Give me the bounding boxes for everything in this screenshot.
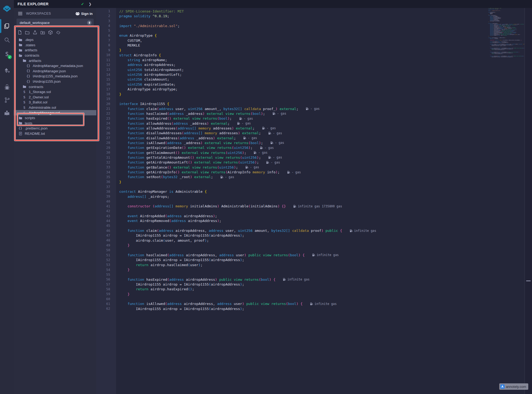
link-icon[interactable]: [56, 30, 61, 35]
tree-item-label: README.txt: [25, 132, 45, 136]
debugger-icon[interactable]: [0, 82, 14, 93]
cube-icon[interactable]: [48, 30, 53, 35]
tree-item-label: scripts: [25, 116, 35, 120]
new-folder-icon[interactable]: [25, 30, 30, 35]
tree-item-label: IAirdrop1155.json: [33, 79, 61, 83]
sign-in-button[interactable]: Sign in: [75, 12, 93, 16]
chevron-right-icon[interactable]: ❯: [89, 2, 92, 6]
tree-item-contracts[interactable]: contracts: [14, 53, 96, 58]
sol-icon: S: [22, 111, 27, 115]
learneth-icon[interactable]: [0, 108, 14, 119]
line-number: 25: [96, 126, 110, 131]
upload-file-icon[interactable]: [32, 30, 38, 35]
tree-item-scripts[interactable]: scripts: [14, 115, 96, 121]
file-explorer-icon[interactable]: [0, 21, 14, 31]
gas-estimate-annotation: - gas: [268, 131, 282, 135]
json-icon: {}: [26, 80, 31, 83]
line-number: 4: [96, 23, 110, 28]
git-icon[interactable]: [0, 95, 14, 105]
line-number: 17: [96, 87, 110, 92]
tree-item-1_Storage.sol[interactable]: S1_Storage.sol: [14, 89, 96, 95]
new-file-icon[interactable]: [18, 30, 22, 35]
activity-bar: S✓: [0, 0, 14, 394]
line-number: 40: [96, 199, 110, 204]
gas-estimate-annotation: infinite gas: [350, 229, 376, 233]
search-icon[interactable]: [0, 35, 14, 45]
tree-item-artifacts[interactable]: artifacts: [14, 48, 96, 53]
tree-item-label: AirdropManager.json: [33, 69, 66, 73]
explorer-toolbar: [18, 30, 61, 35]
sol-icon: S: [22, 106, 27, 110]
tree-item-IAirdrop1155_metadata.json[interactable]: {}IAirdrop1155_metadata.json: [14, 74, 96, 79]
tree-item-label: .deps: [25, 38, 34, 42]
line-number: 11: [96, 58, 110, 62]
tree-item-.deps[interactable]: .deps: [14, 37, 96, 43]
code-line: IAirdrop1155 airdrop = IAirdrop1155(aird…: [116, 258, 525, 262]
file-explorer-header: FILE EXPLORER ✓ ❯: [14, 0, 96, 8]
line-number: 6: [96, 33, 110, 38]
folder-icon: [18, 116, 23, 120]
deploy-run-icon[interactable]: [0, 65, 14, 76]
code-line: function getAirdropAmountLeft() external…: [116, 160, 525, 165]
panel-resize-handle[interactable]: [526, 280, 531, 281]
code-line: interface IAirdrop1155 {: [116, 102, 525, 106]
folder-open-icon: [18, 54, 23, 57]
github-icon: [75, 12, 80, 16]
line-number: 2: [96, 14, 110, 18]
tree-item-tests[interactable]: tests: [14, 121, 96, 126]
tree-item-Administrable.sol[interactable]: SAdministrable.sol: [14, 105, 96, 110]
code-line: [116, 209, 525, 213]
line-number: 12: [96, 62, 110, 67]
gas-estimate-annotation: - gas: [273, 112, 286, 115]
code-editor[interactable]: // SPDX-License-Identifier: MITpragma so…: [116, 8, 525, 394]
minimap[interactable]: // SPDX-License-Identifier: MITpragma so…: [488, 8, 525, 115]
file-icon: [18, 132, 23, 136]
sol-icon: S: [22, 95, 27, 99]
tree-item-.states[interactable]: .states: [14, 43, 96, 48]
tree-item-3_Ballot.sol[interactable]: S3_Ballot.sol: [14, 100, 96, 105]
tree-item-AirdropManager.json[interactable]: {}AirdropManager.json: [14, 69, 96, 74]
tree-item-AirdropManager.sol[interactable]: SAirdropManager.sol: [14, 110, 96, 115]
gas-estimate-annotation: - gas: [254, 151, 267, 154]
gas-estimate-annotation: - gas: [243, 136, 257, 140]
json-icon: {}: [26, 69, 31, 73]
line-number: 20: [96, 102, 110, 106]
code-line: enum AirdropType {: [116, 33, 525, 38]
line-number: 37: [96, 185, 110, 189]
compile-success-badge: ✓: [8, 55, 12, 59]
line-number: 18: [96, 92, 110, 97]
code-line: IAirdrop1155 airdrop = IAirdrop1155(aird…: [116, 282, 525, 287]
line-number: 62: [96, 306, 110, 311]
hamburger-menu-icon[interactable]: [18, 11, 22, 16]
solidity-compiler-icon[interactable]: S✓: [0, 49, 14, 60]
gas-estimate-annotation: infinite gas: [283, 278, 310, 281]
line-number: 22: [96, 111, 110, 116]
workspace-select[interactable]: default_workspace: [17, 19, 94, 27]
code-line: }: [116, 243, 525, 248]
tree-item-AirdropManager_metadata.json[interactable]: {}AirdropManager_metadata.json: [14, 63, 96, 69]
gas-estimate-annotation: - gas: [287, 170, 301, 174]
tree-item-contracts[interactable]: contracts: [14, 84, 96, 89]
folder-icon: [18, 48, 23, 52]
line-number: 45: [96, 223, 110, 228]
tree-item-.prettierrc.json[interactable]: {}.prettierrc.json: [14, 126, 96, 131]
line-number: 53: [96, 262, 110, 267]
tree-item-2_Owner.sol[interactable]: S2_Owner.sol: [14, 95, 96, 100]
line-number: 44: [96, 219, 110, 223]
code-line: function hasClaimed(address _address) ex…: [116, 111, 525, 116]
line-number: 43: [96, 214, 110, 219]
line-number: 61: [96, 301, 110, 306]
upload-folder-icon[interactable]: [40, 30, 45, 35]
code-line: function setRoot(bytes32 _root) external…: [116, 175, 525, 179]
code-line: }: [116, 92, 525, 97]
folder-icon: [18, 43, 23, 47]
tree-item-IAirdrop1155.json[interactable]: {}IAirdrop1155.json: [14, 79, 96, 84]
tree-item-README.txt[interactable]: README.txt: [14, 131, 96, 136]
line-number: 36: [96, 179, 110, 184]
code-line: }: [116, 48, 525, 53]
line-number: 21: [96, 106, 110, 111]
line-number: 59: [96, 292, 110, 296]
tree-item-artifacts[interactable]: artifacts: [14, 58, 96, 63]
code-line: uint256 airdropAmountLeft;: [116, 72, 525, 77]
line-number: 7: [96, 38, 110, 43]
